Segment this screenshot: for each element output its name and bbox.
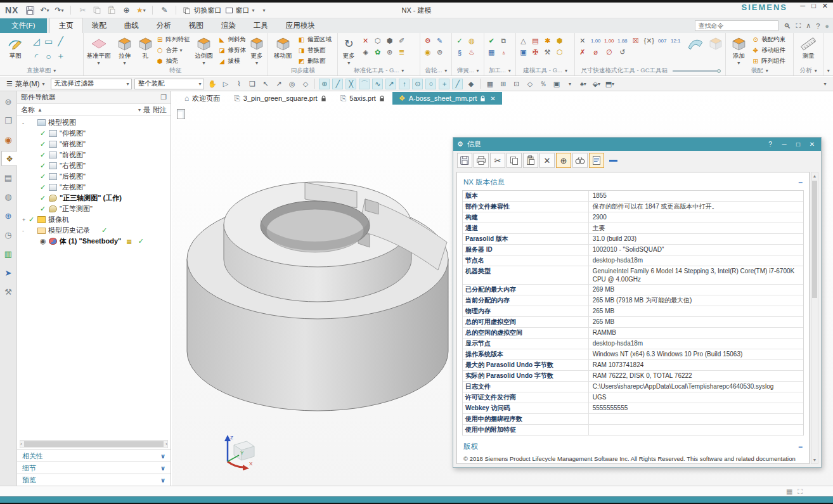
tree-item[interactable]: ✓ "正等测图" bbox=[17, 204, 171, 214]
close-tab-icon[interactable]: ✕ bbox=[490, 95, 495, 102]
tab-assemblies[interactable]: 装配 bbox=[83, 18, 115, 33]
datum-plane-button[interactable]: 基准平面▾ bbox=[85, 34, 113, 66]
tab-3-pin-green-square[interactable]: ⎘ 3_pin_green_square.prt bbox=[228, 92, 332, 105]
edge-blend-button[interactable]: 边倒圆▾ bbox=[191, 34, 217, 66]
std-tool-icon[interactable]: ✐ bbox=[397, 36, 406, 46]
tree-expander[interactable]: - bbox=[22, 228, 29, 234]
tree-item[interactable]: ✓ "右视图" bbox=[17, 160, 171, 171]
tree-item[interactable]: ✓ "俯视图" bbox=[17, 139, 171, 150]
snap-quadrant-icon[interactable]: ⊙ bbox=[412, 79, 423, 89]
snap-arc-center-icon[interactable]: ⌒ bbox=[359, 79, 370, 89]
history-icon[interactable]: ◷ bbox=[1, 227, 16, 242]
snap-midpoint-icon[interactable]: ⊕ bbox=[319, 79, 330, 89]
dialog-minimize-icon[interactable]: ─ bbox=[779, 141, 789, 148]
hd3d-tools-icon[interactable]: ◍ bbox=[1, 189, 16, 204]
std-more-button[interactable]: ↻ 更多▾ bbox=[339, 34, 358, 66]
shell-button[interactable]: ⬢抽壳 bbox=[156, 56, 190, 66]
tree-item[interactable]: ◉ 体 (1) "Sheetbody" ▦ ✓ bbox=[17, 236, 171, 247]
minimize-button[interactable]: ─ bbox=[800, 2, 805, 10]
fit-view-icon[interactable]: ⊞ bbox=[498, 79, 508, 89]
tree-item[interactable]: - 模型历史记录 ✓ bbox=[17, 225, 171, 236]
std-tool-icon[interactable]: ⬡ bbox=[373, 36, 382, 46]
unite-button[interactable]: ⬡合并▾ bbox=[156, 45, 190, 55]
circle-icon[interactable]: ○ bbox=[44, 51, 53, 61]
line-icon[interactable]: ╱ bbox=[56, 36, 65, 46]
machining-tool-icon[interactable]: ⧉ bbox=[499, 36, 508, 46]
gear-tool-icon[interactable]: ⚙ bbox=[423, 36, 432, 46]
select-icon[interactable]: ▷ bbox=[220, 79, 231, 89]
snap-endpoint-icon[interactable]: ╱ bbox=[332, 79, 343, 89]
tab-file[interactable]: 文件(F) bbox=[0, 18, 47, 33]
profile-icon[interactable]: ◿ bbox=[32, 36, 41, 46]
select-all-icon[interactable]: ⊕ bbox=[556, 153, 571, 168]
dimension-tool-icon[interactable]: ∅ bbox=[604, 48, 614, 57]
visibility-check-icon[interactable]: ✓ bbox=[40, 194, 49, 202]
search-icon[interactable]: 🔍︎ bbox=[784, 22, 791, 30]
component-icon[interactable]: ❒ bbox=[1, 113, 16, 128]
panel-undock-icon[interactable]: ❐ bbox=[160, 93, 167, 101]
save-icon[interactable] bbox=[25, 4, 35, 16]
roles-icon[interactable]: ➤ bbox=[1, 265, 16, 280]
paste-icon[interactable] bbox=[523, 153, 538, 168]
surface-button[interactable] bbox=[684, 34, 706, 52]
render-style-icon[interactable]: ◇ bbox=[524, 79, 535, 89]
replace-face-button[interactable]: ◨替换面 bbox=[297, 45, 332, 55]
tree-item[interactable]: - 模型视图 bbox=[17, 117, 171, 128]
border-bar-overflow-icon[interactable]: ▾ bbox=[820, 79, 830, 89]
dialog-maximize-icon[interactable]: □ bbox=[793, 141, 803, 148]
feature-more-button[interactable]: 更多▾ bbox=[247, 34, 266, 66]
snap-line-icon[interactable]: ╱ bbox=[452, 79, 463, 89]
section-details[interactable]: 细节 ∨ bbox=[17, 462, 171, 474]
visibility-check-icon[interactable]: ◉ bbox=[40, 237, 49, 245]
dialog-help-icon[interactable]: ? bbox=[765, 141, 775, 148]
tab-render[interactable]: 渲染 bbox=[212, 18, 245, 33]
modeling-tool-icon[interactable]: ⬡ bbox=[555, 48, 564, 57]
tree-expander[interactable]: + bbox=[22, 217, 29, 223]
minimize-ribbon-icon[interactable]: ∧ bbox=[806, 22, 811, 30]
visibility-icon[interactable]: ％ bbox=[538, 79, 548, 89]
gc-slider[interactable] bbox=[673, 70, 720, 72]
scroll-down-arrow[interactable]: ▼ bbox=[811, 456, 818, 463]
zoom-icon[interactable]: ⊕ bbox=[121, 4, 131, 16]
snap-spline-icon[interactable]: ∿ bbox=[372, 79, 383, 89]
extrude-button[interactable]: 拉伸▾ bbox=[114, 34, 136, 66]
dimension-tool-icon[interactable]: 1.88 bbox=[617, 36, 627, 46]
print-icon[interactable] bbox=[474, 153, 489, 168]
pattern-feature-button[interactable]: ⊞阵列特征 bbox=[156, 34, 190, 44]
deselect-icon[interactable]: ↗ bbox=[273, 79, 284, 89]
spring-tool-icon[interactable]: ✓ bbox=[455, 36, 464, 46]
collapse-all-icon[interactable] bbox=[605, 153, 621, 168]
window-grid-icon[interactable]: ▣ bbox=[551, 79, 562, 89]
dimension-tool-icon[interactable]: 12:1 bbox=[671, 36, 680, 46]
hole-button[interactable]: 孔 bbox=[137, 34, 155, 60]
add-component-button[interactable]: 添加▾ bbox=[727, 34, 750, 66]
visibility-check-icon[interactable]: ✓ bbox=[29, 216, 37, 224]
dimension-tool-icon[interactable]: 1.00 bbox=[591, 36, 600, 46]
scroll-thumb[interactable] bbox=[24, 441, 164, 447]
std-tool-icon[interactable]: ◈ bbox=[361, 48, 370, 57]
word-wrap-icon[interactable] bbox=[589, 153, 604, 168]
tree-item[interactable]: + ✓ 摄像机 bbox=[17, 214, 171, 225]
delete-icon[interactable]: ✕ bbox=[539, 153, 555, 168]
cut-icon[interactable]: ✂ bbox=[77, 4, 87, 16]
dimension-tool-icon[interactable]: 1.00 bbox=[604, 36, 614, 46]
column-note[interactable]: 附注 bbox=[153, 105, 167, 115]
touch-mode-icon[interactable]: ✎ bbox=[159, 4, 169, 16]
offset-region-button[interactable]: ◧偏置区域 bbox=[297, 34, 332, 44]
system-tools-icon[interactable]: ⚒ bbox=[1, 284, 16, 299]
machining-tool-icon[interactable]: ♁ bbox=[499, 48, 508, 57]
scroll-left-arrow[interactable]: ‹ bbox=[20, 441, 22, 447]
snap-circle-icon[interactable]: ○ bbox=[425, 79, 436, 89]
wireframe-icon[interactable]: ⊡ bbox=[511, 79, 522, 89]
column-filter-icon[interactable]: ▾ bbox=[138, 107, 141, 113]
move-component-button[interactable]: ✥移动组件 bbox=[751, 45, 785, 55]
export-file-icon[interactable] bbox=[457, 153, 472, 168]
assembly-navigator-icon[interactable]: ⊚ bbox=[1, 94, 16, 109]
web-browser-icon[interactable]: ⊕ bbox=[1, 208, 16, 223]
modeling-tool-icon[interactable]: ⬢ bbox=[555, 36, 564, 46]
visibility-check-icon[interactable]: ✓ bbox=[40, 205, 49, 213]
snap-tangent-icon[interactable]: ↗ bbox=[385, 79, 396, 89]
snap-face-icon[interactable]: ◆ bbox=[465, 79, 476, 89]
navigator-horizontal-scrollbar[interactable]: ‹ › bbox=[20, 440, 168, 448]
undo-icon[interactable]: ↶▾ bbox=[39, 4, 49, 16]
